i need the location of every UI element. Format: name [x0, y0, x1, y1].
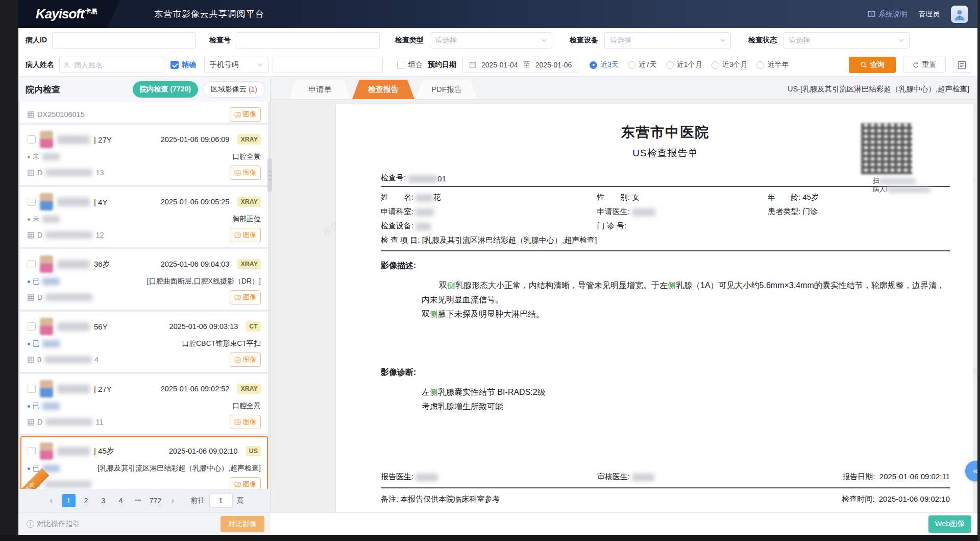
exam-item-value: [乳腺及其引流区淋巴结彩超（乳腺中心）,超声检查] [422, 236, 597, 244]
dept-redacted [415, 208, 434, 216]
panel-resize-handle[interactable] [267, 158, 272, 192]
exam-type-select[interactable]: 请选择 [430, 32, 552, 49]
exam-list-item-selected[interactable]: | 45岁 2025-01-06 09:02:10 US 已 [乳腺及其引流区淋… [20, 436, 268, 489]
goto-page-input[interactable] [209, 493, 233, 508]
patient-age: | 4Y [94, 198, 107, 206]
patient-age: | 27Y [94, 135, 112, 144]
desc-text: 腋下未探及明显肿大淋巴结。 [438, 310, 544, 318]
combo-label[interactable]: 组合 [408, 60, 423, 69]
image-button[interactable]: 图像 [230, 107, 261, 122]
exam-no-input[interactable] [236, 32, 380, 49]
image-button[interactable]: 图像 [230, 166, 261, 180]
image-button[interactable]: 图像 [230, 290, 261, 304]
exam-name: 口腔CBCT锥形束CT平扫 [182, 339, 261, 348]
exam-list-item[interactable]: 56Y 2025-01-06 09:03:13 CT 已 口腔CBCT锥形束CT… [20, 312, 268, 372]
tab-hospital-exams[interactable]: 院内检查 (7720) [133, 81, 198, 98]
bottom-bar: ! 对比操作指引 对比影像 Web图像 [18, 512, 977, 535]
report-date-value: 2025-01-06 09:02:11 [879, 472, 950, 481]
status-redacted [42, 403, 60, 410]
phone-input[interactable] [273, 57, 383, 73]
patient-id-input[interactable] [52, 32, 196, 49]
exact-checkbox[interactable] [170, 61, 179, 69]
range-1month-radio[interactable]: 近1个月 [666, 60, 702, 69]
appointment-date-label: 预约日期 [428, 60, 456, 69]
report-doctor-redacted [415, 474, 438, 481]
image-button[interactable]: 图像 [230, 352, 261, 367]
image-icon [234, 170, 241, 176]
tab-request-form[interactable]: 申请单 [289, 80, 351, 99]
patient-age: 36岁 [94, 260, 110, 269]
patient-row-2: 申请科室: 申请医生: 患者类型: 门诊 [381, 204, 950, 219]
device-select[interactable]: 请选择 [604, 32, 731, 49]
image-icon [234, 111, 241, 118]
reset-button[interactable]: 重置 [903, 57, 946, 73]
user-menu[interactable]: 管理员 [918, 10, 940, 19]
accession-prefix: D [37, 293, 42, 301]
exam-list[interactable]: DX250106015 图像 | 27Y [18, 102, 270, 489]
range-3months-radio[interactable]: 近3个月 [712, 60, 748, 69]
image-button[interactable]: 图像 [230, 228, 261, 242]
phone-type-value: 手机号码 [210, 60, 238, 69]
item-checkbox[interactable] [28, 447, 36, 455]
exam-datetime: 2025-01-06 09:02:10 [169, 447, 238, 455]
window-frame-right [977, 0, 980, 541]
item-checkbox[interactable] [28, 135, 36, 144]
exam-list-item[interactable]: | 27Y 2025-01-06 09:02:52 XRAY 已 口腔全景 D1… [20, 374, 268, 434]
combo-checkbox[interactable] [397, 61, 405, 69]
image-button[interactable]: 图像 [230, 477, 261, 489]
exam-no-label: 检查号: [381, 173, 406, 183]
patient-name-input[interactable] [59, 57, 164, 73]
page-button-4[interactable]: 4 [114, 494, 128, 507]
exam-list-item-partial[interactable]: DX250106015 图像 [20, 102, 268, 123]
search-button[interactable]: 查询 [849, 57, 896, 73]
compare-guide-link[interactable]: ! 对比操作指引 [27, 520, 80, 529]
item-checkbox[interactable] [28, 198, 36, 206]
modality-badge: XRAY [237, 259, 261, 269]
book-icon [868, 11, 875, 17]
patient-name-redacted [57, 135, 90, 144]
tab-pdf-report[interactable]: PDF报告 [415, 80, 478, 99]
layout-settings-button[interactable] [953, 57, 970, 73]
page-button-2[interactable]: 2 [80, 494, 93, 507]
range-halfyear-radio[interactable]: 近半年 [756, 60, 789, 69]
image-icon [234, 294, 241, 301]
name-visible: 花 [433, 193, 440, 201]
exam-list-item[interactable]: | 27Y 2025-01-06 09:06:09 XRAY 未 口腔全景 D1… [20, 125, 268, 185]
grid-icon [28, 294, 34, 301]
exact-label[interactable]: 精确 [182, 60, 196, 69]
description-paragraph-1: 双侧乳腺形态大小正常，内结构清晰，导管未见明显增宽。于左侧乳腺（1A）可见大小约… [422, 278, 950, 307]
report-viewport[interactable]: 东营市影像云共享调阅平台 管理员 东营市影像云共享调阅平台 管理员 东营市影像云… [271, 100, 977, 512]
qr-code [861, 123, 912, 174]
tab-exam-report[interactable]: 检查报告 [352, 80, 414, 99]
status-redacted [42, 278, 60, 285]
image-button[interactable]: 图像 [230, 415, 261, 429]
item-checkbox[interactable] [28, 260, 36, 268]
exam-list-item[interactable]: | 4Y 2025-01-06 09:05:25 XRAY 未 胸部正位 D12 [20, 187, 268, 247]
tab-regional-cloud[interactable]: 区域影像云 (1) [203, 81, 265, 98]
compare-images-button[interactable]: 对比影像 [220, 516, 264, 532]
page-button-1[interactable]: 1 [62, 494, 76, 507]
accession-prefix: D [37, 231, 42, 239]
prev-page-button[interactable]: ‹ [45, 494, 58, 507]
item-checkbox[interactable] [28, 385, 36, 393]
date-range-picker[interactable]: 2025-01-04 至 2025-01-06 [462, 57, 578, 73]
exam-no-visible: 01 [437, 174, 446, 183]
page-button-last[interactable]: 772 [149, 494, 162, 507]
page-button-3[interactable]: 3 [97, 494, 110, 507]
report-paper: 东营市中医院 US检查报告单 扫 病人I 检查号: 01 姓 名: 花 [336, 104, 973, 512]
image-icon [234, 357, 241, 363]
avatar[interactable] [951, 6, 968, 23]
system-help-link[interactable]: 系统说明 [868, 10, 907, 19]
page-ellipsis[interactable]: ••• [132, 494, 145, 507]
item-checkbox[interactable] [28, 322, 36, 331]
grid-icon [28, 232, 34, 239]
exam-name: 胸部正位 [232, 215, 261, 224]
next-page-button[interactable]: › [166, 494, 180, 507]
web-image-button[interactable]: Web图像 [928, 515, 971, 533]
status-select[interactable]: 请选择 [783, 32, 910, 49]
exam-list-item[interactable]: 36岁 2025-01-06 09:04:03 XRAY 已 [口腔曲面断层,口… [20, 249, 268, 310]
phone-type-select[interactable]: 手机号码 [204, 57, 268, 73]
platform-title: 东营市影像云共享调阅平台 [154, 8, 264, 20]
range-3days-radio[interactable]: 近3天 [590, 60, 619, 69]
range-7days-radio[interactable]: 近7天 [628, 60, 657, 69]
